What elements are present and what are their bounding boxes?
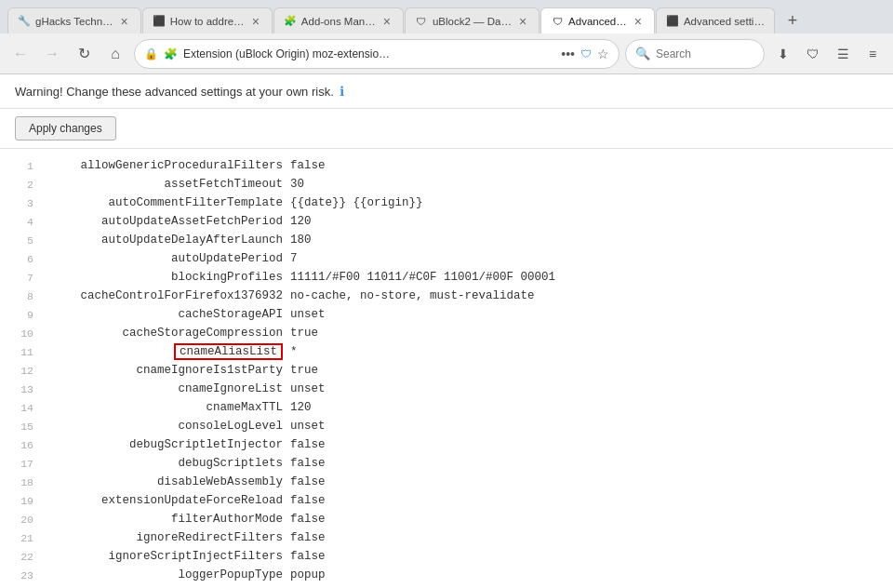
main-menu-icon[interactable]: ≡ <box>860 41 886 67</box>
setting-value[interactable]: false <box>283 531 326 544</box>
setting-value[interactable]: false <box>283 475 326 488</box>
line-number: 10 <box>15 327 41 340</box>
setting-value[interactable]: 120 <box>283 401 312 414</box>
highlighted-setting[interactable]: cnameAliasList <box>174 343 283 360</box>
setting-row-16[interactable]: 16debugScriptletInjector false <box>15 435 878 454</box>
apply-bar: Apply changes <box>0 109 893 149</box>
line-number: 5 <box>15 234 41 247</box>
setting-value[interactable]: unset <box>283 382 326 395</box>
tab-title-addons: Add-ons Man… <box>301 16 376 27</box>
setting-row-3[interactable]: 3autoCommentFilterTemplate {{date}} {{or… <box>15 194 878 212</box>
setting-row-2[interactable]: 2assetFetchTimeout 30 <box>15 175 878 194</box>
setting-value[interactable]: 11111/#F00 11011/#C0F 11001/#00F 00001 <box>283 271 555 284</box>
tab-advanced-active[interactable]: 🛡 Advanced… × <box>540 7 655 33</box>
setting-row-12[interactable]: 12cnameIgnoreIs1stParty true <box>15 361 878 380</box>
line-number: 23 <box>15 569 41 581</box>
setting-value[interactable]: {{date}} {{origin}} <box>283 196 423 209</box>
setting-value[interactable]: popup <box>283 568 326 581</box>
new-tab-button[interactable]: + <box>780 7 806 33</box>
setting-row-4[interactable]: 4autoUpdateAssetFetchPeriod 120 <box>15 212 878 231</box>
setting-row-20[interactable]: 20filterAuthorMode false <box>15 510 878 528</box>
setting-key: autoUpdateDelayAfterLaunch <box>41 234 283 247</box>
setting-key: disableWebAssembly <box>41 475 283 488</box>
tab-ghacks[interactable]: 🔧 gHacks Techn… × <box>7 7 141 33</box>
setting-key: cacheStorageCompression <box>41 327 283 340</box>
warning-info-icon[interactable]: ℹ <box>340 84 344 99</box>
search-bar[interactable]: 🔍 <box>625 39 765 69</box>
setting-value[interactable]: 180 <box>283 234 312 247</box>
setting-key: loggerPopupType <box>41 568 283 581</box>
line-number: 15 <box>15 421 41 433</box>
tab-ublock[interactable]: 🛡 uBlock2 — Da… × <box>405 7 540 33</box>
setting-row-17[interactable]: 17debugScriptlets false <box>15 454 878 473</box>
setting-value[interactable]: true <box>283 327 318 340</box>
address-bar[interactable]: 🔒 🧩 Extension (uBlock Origin) moz-extens… <box>134 39 620 69</box>
line-number: 13 <box>15 383 41 395</box>
setting-value[interactable]: * <box>283 345 298 358</box>
setting-row-9[interactable]: 9cacheStorageAPI unset <box>15 305 878 324</box>
setting-row-23[interactable]: 23loggerPopupType popup <box>15 566 878 584</box>
setting-value[interactable]: false <box>283 494 326 507</box>
apply-changes-button[interactable]: Apply changes <box>15 116 116 140</box>
line-number: 2 <box>15 179 41 191</box>
search-input[interactable] <box>656 47 749 60</box>
setting-row-8[interactable]: 8cacheControlForFirefox1376932 no-cache,… <box>15 287 878 305</box>
address-text: Extension (uBlock Origin) moz-extensio… <box>183 47 555 60</box>
setting-row-5[interactable]: 5autoUpdateDelayAfterLaunch 180 <box>15 231 878 249</box>
tab-title-ublock: uBlock2 — Da… <box>433 16 512 27</box>
tab-advanced-settings[interactable]: ⬛ Advanced setti… <box>656 7 775 33</box>
reload-button[interactable]: ↻ <box>71 41 97 67</box>
setting-key: allowGenericProceduralFilters <box>41 159 283 172</box>
setting-row-1[interactable]: 1allowGenericProceduralFilters false <box>15 156 878 175</box>
forward-button[interactable]: → <box>39 41 65 67</box>
tab-address[interactable]: ⬛ How to addre… × <box>142 7 273 33</box>
setting-value[interactable]: false <box>283 513 326 526</box>
setting-value[interactable]: no-cache, no-store, must-revalidate <box>283 289 535 302</box>
setting-value[interactable]: 30 <box>283 178 304 191</box>
setting-value[interactable]: true <box>283 364 318 377</box>
address-menu-dots[interactable]: ••• <box>561 47 575 61</box>
setting-row-15[interactable]: 15consoleLogLevel unset <box>15 417 878 435</box>
tab-close-ghacks[interactable]: × <box>118 13 131 30</box>
bookmark-icon[interactable]: ☆ <box>597 47 609 61</box>
tab-addons[interactable]: 🧩 Add-ons Man… × <box>273 7 404 33</box>
setting-row-14[interactable]: 14cnameMaxTTL 120 <box>15 398 878 417</box>
setting-value[interactable]: false <box>283 550 326 563</box>
line-number: 9 <box>15 309 41 321</box>
setting-key: cacheControlForFirefox1376932 <box>41 289 283 302</box>
setting-value[interactable]: false <box>283 438 326 451</box>
setting-value[interactable]: unset <box>283 420 326 433</box>
lock-icon: 🔒 <box>144 47 158 60</box>
back-button[interactable]: ← <box>7 41 33 67</box>
shield-toolbar-icon[interactable]: 🛡 <box>800 41 826 67</box>
tab-close-ublock[interactable]: × <box>516 13 529 30</box>
download-icon[interactable]: ⬇ <box>770 41 796 67</box>
setting-row-11[interactable]: 11cnameAliasList * <box>15 342 878 361</box>
setting-row-6[interactable]: 6autoUpdatePeriod 7 <box>15 249 878 268</box>
setting-value[interactable]: 7 <box>283 252 298 265</box>
setting-key: ignoreRedirectFilters <box>41 531 283 544</box>
line-number: 11 <box>15 346 41 358</box>
setting-value[interactable]: 120 <box>283 215 312 228</box>
sidebar-toggle-icon[interactable]: ☰ <box>830 41 856 67</box>
setting-row-19[interactable]: 19extensionUpdateForceReload false <box>15 491 878 510</box>
setting-row-24[interactable]: 24manualUpdateAssetFetchPeriod 500 <box>15 584 878 588</box>
line-number: 8 <box>15 290 41 302</box>
setting-row-21[interactable]: 21ignoreRedirectFilters false <box>15 528 878 547</box>
line-number: 4 <box>15 216 41 228</box>
setting-row-10[interactable]: 10cacheStorageCompression true <box>15 324 878 342</box>
setting-value[interactable]: false <box>283 159 326 172</box>
tab-title-address: How to addre… <box>170 16 245 27</box>
setting-value[interactable]: false <box>283 457 326 470</box>
setting-row-18[interactable]: 18disableWebAssembly false <box>15 473 878 491</box>
tab-close-addons[interactable]: × <box>380 13 393 30</box>
tab-close-address[interactable]: × <box>249 13 262 30</box>
tab-close-advanced[interactable]: × <box>632 13 645 30</box>
setting-row-7[interactable]: 7blockingProfiles 11111/#F00 11011/#C0F … <box>15 268 878 287</box>
setting-key: ignoreScriptInjectFilters <box>41 550 283 563</box>
setting-key: blockingProfiles <box>41 271 283 284</box>
setting-value[interactable]: unset <box>283 308 326 321</box>
home-button[interactable]: ⌂ <box>102 41 128 67</box>
setting-row-22[interactable]: 22ignoreScriptInjectFilters false <box>15 547 878 566</box>
setting-row-13[interactable]: 13cnameIgnoreList unset <box>15 380 878 398</box>
